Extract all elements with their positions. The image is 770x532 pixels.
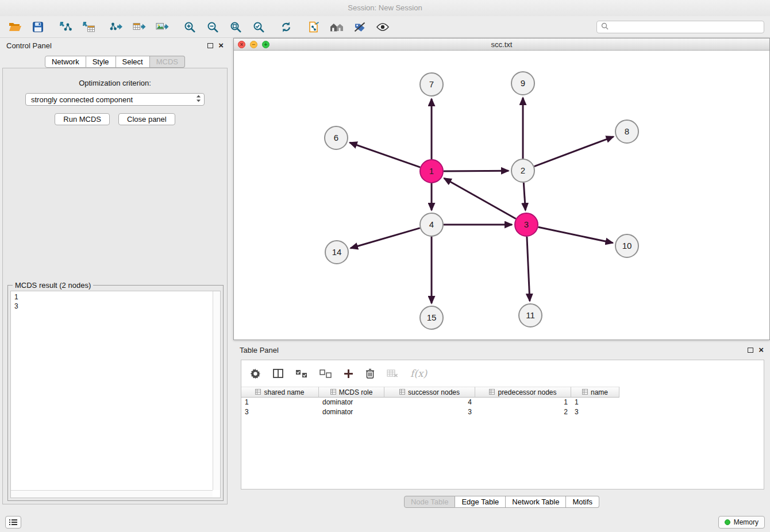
cell-predecessor-nodes[interactable]: 1: [475, 398, 571, 407]
gear-icon[interactable]: [250, 368, 261, 379]
homes-icon[interactable]: [328, 19, 346, 35]
float-table-panel-icon[interactable]: [748, 348, 753, 353]
search-input[interactable]: [611, 23, 760, 31]
cell-shared-name[interactable]: 3: [241, 407, 319, 417]
result-item[interactable]: 1: [11, 292, 213, 302]
minimize-window-icon[interactable]: −: [250, 41, 257, 48]
table-tab-network-table[interactable]: Network Table: [506, 496, 566, 508]
zoom-selected-icon[interactable]: [249, 19, 268, 35]
node-7[interactable]: 7: [420, 73, 443, 96]
toolbar-group: [107, 19, 171, 35]
edge-1-2[interactable]: [444, 171, 509, 171]
function-builder-icon[interactable]: f(x): [410, 368, 427, 379]
export-network-icon[interactable]: [107, 19, 125, 35]
edge-4-14[interactable]: [351, 228, 420, 248]
table-row[interactable]: 3dominator323: [241, 407, 764, 417]
zoom-out-icon[interactable]: [203, 19, 222, 35]
sort-icon: [489, 388, 495, 396]
sort-icon: [255, 388, 261, 396]
close-window-icon[interactable]: ×: [238, 41, 245, 48]
node-3[interactable]: 3: [515, 213, 538, 236]
toolbar-group: [180, 19, 268, 35]
edge-2-8[interactable]: [534, 137, 614, 167]
node-10[interactable]: 10: [615, 234, 638, 257]
criterion-select[interactable]: strongly connected component: [25, 93, 205, 106]
tab-network[interactable]: Network: [45, 56, 86, 68]
close-panel-icon[interactable]: ×: [218, 42, 224, 49]
zoom-in-icon[interactable]: [180, 19, 199, 35]
network-canvas[interactable]: 7968124314101511: [234, 51, 769, 340]
result-item[interactable]: 3: [11, 302, 213, 311]
node-1[interactable]: 1: [420, 160, 443, 183]
node-9[interactable]: 9: [511, 72, 534, 95]
tab-mcds[interactable]: MCDS: [150, 56, 185, 68]
cell-mcds-role[interactable]: dominator: [319, 398, 384, 407]
node-table: shared nameMCDS rolesuccessor nodesprede…: [241, 387, 764, 489]
cell-successor-nodes[interactable]: 3: [384, 407, 475, 417]
delete-row-icon[interactable]: [365, 368, 375, 379]
search-box[interactable]: [596, 21, 764, 33]
cell-mcds-role[interactable]: dominator: [319, 407, 384, 417]
open-file-icon[interactable]: [6, 19, 24, 35]
edge-3-11[interactable]: [527, 237, 530, 301]
table-tab-edge-table[interactable]: Edge Table: [455, 496, 506, 508]
memory-status-icon: [725, 519, 730, 525]
delete-table-icon[interactable]: [387, 369, 398, 377]
apply-layout-icon[interactable]: [277, 19, 295, 35]
node-14[interactable]: 14: [325, 241, 348, 264]
zoom-window-icon[interactable]: +: [262, 41, 270, 48]
tab-select[interactable]: Select: [116, 56, 150, 68]
cell-name[interactable]: 1: [571, 398, 619, 407]
edge-2-3[interactable]: [523, 183, 525, 210]
run-mcds-button[interactable]: Run MCDS: [55, 113, 110, 125]
columns-icon[interactable]: [273, 368, 283, 379]
column-header-predecessor-nodes[interactable]: predecessor nodes: [475, 387, 571, 398]
tab-style[interactable]: Style: [86, 56, 116, 68]
hide-labels-icon[interactable]: [351, 19, 369, 35]
node-table-body: 1dominator4113dominator323: [241, 398, 764, 417]
optimization-criterion-label: Optimization criterion:: [3, 68, 227, 87]
edge-3-10[interactable]: [538, 227, 613, 243]
cell-shared-name[interactable]: 1: [241, 398, 319, 407]
cell-name[interactable]: 3: [571, 407, 619, 417]
node-8[interactable]: 8: [615, 120, 638, 143]
column-header-shared-name[interactable]: shared name: [241, 387, 319, 398]
task-list-button[interactable]: [5, 516, 21, 529]
result-vertical-scrollbar[interactable]: [213, 291, 220, 490]
add-row-icon[interactable]: [344, 369, 353, 379]
edge-3-1[interactable]: [444, 178, 516, 218]
memory-button[interactable]: Memory: [718, 516, 765, 529]
deselect-all-icon[interactable]: [319, 369, 332, 378]
close-panel-button[interactable]: Close panel: [118, 113, 175, 125]
node-15[interactable]: 15: [420, 306, 443, 329]
mcds-result-area: 13: [10, 291, 221, 498]
toggle-visibility-icon[interactable]: [374, 19, 392, 35]
column-label: shared name: [264, 388, 304, 396]
import-table-icon[interactable]: [79, 19, 98, 35]
edge-1-6[interactable]: [350, 142, 421, 167]
table-tab-motifs[interactable]: Motifs: [566, 496, 599, 508]
float-panel-icon[interactable]: [207, 43, 213, 48]
import-network-icon[interactable]: [56, 19, 75, 35]
result-horizontal-scrollbar[interactable]: [11, 490, 213, 498]
node-11[interactable]: 11: [519, 304, 542, 327]
close-table-panel-icon[interactable]: ×: [759, 346, 764, 353]
table-row[interactable]: 1dominator411: [241, 398, 764, 407]
cell-predecessor-nodes[interactable]: 2: [475, 407, 571, 417]
node-6[interactable]: 6: [325, 126, 348, 149]
column-header-name[interactable]: name: [571, 387, 619, 398]
column-header-mcds-role[interactable]: MCDS role: [319, 387, 384, 398]
cell-successor-nodes[interactable]: 4: [384, 398, 475, 407]
select-all-icon[interactable]: [295, 369, 307, 378]
titlebar[interactable]: Session: New Session: [0, 0, 770, 16]
export-image-icon[interactable]: [153, 19, 171, 35]
node-4[interactable]: 4: [420, 213, 443, 236]
save-session-icon[interactable]: [29, 19, 47, 35]
node-2[interactable]: 2: [511, 159, 534, 182]
column-header-successor-nodes[interactable]: successor nodes: [384, 387, 475, 398]
zoom-fit-icon[interactable]: [226, 19, 245, 35]
network-window-titlebar[interactable]: × − + scc.txt: [234, 38, 769, 51]
table-tab-node-table[interactable]: Node Table: [404, 496, 456, 508]
network-document-icon[interactable]: [305, 19, 323, 35]
export-table-icon[interactable]: [130, 19, 148, 35]
